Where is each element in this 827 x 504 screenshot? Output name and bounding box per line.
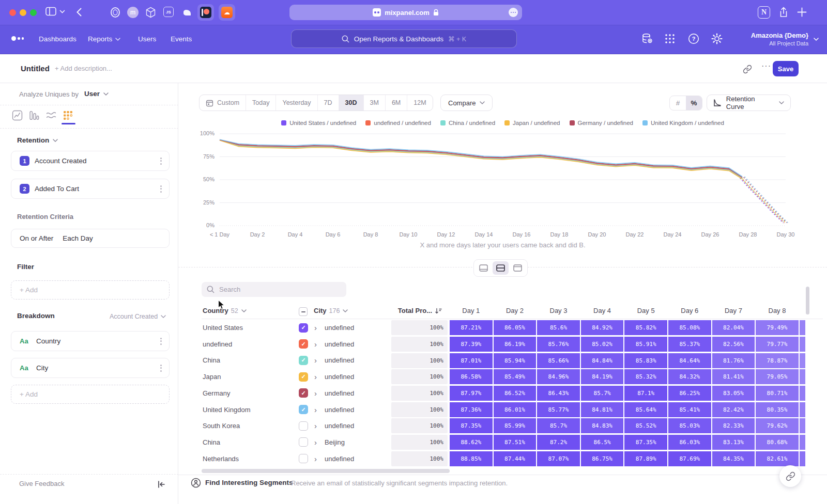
cell-retention-value[interactable]: 82.61% <box>756 451 799 466</box>
column-header-day[interactable]: Day 8 <box>755 307 799 314</box>
cell-retention-value[interactable]: 87.44% <box>494 451 537 466</box>
cell-retention-value[interactable]: 84.96% <box>537 369 580 384</box>
cell-retention-value[interactable]: 81.76% <box>712 353 755 368</box>
cell-retention-value[interactable]: 87.51% <box>494 435 537 450</box>
range-custom[interactable]: Custom <box>200 95 246 111</box>
ring-extension-icon[interactable] <box>110 7 121 18</box>
legend-item[interactable]: Germany / undefined <box>570 120 633 126</box>
cell-retention-value[interactable]: 85.83% <box>624 353 667 368</box>
cell-retention-value[interactable]: 87.1% <box>624 386 667 401</box>
cell-retention-value[interactable]: 84.64% <box>668 353 711 368</box>
cell-retention-value[interactable]: 87.35% <box>450 418 493 433</box>
cell-retention-value[interactable]: 86.19% <box>494 337 537 352</box>
address-bar[interactable]: mixpanel.com <box>289 5 522 20</box>
settings-gear-icon[interactable] <box>711 33 723 45</box>
expand-row-icon[interactable]: › <box>314 402 317 418</box>
tab-retention[interactable] <box>63 110 74 121</box>
share-link-fab[interactable] <box>779 465 801 487</box>
cell-retention-value[interactable]: 85.99% <box>494 418 537 433</box>
expand-row-icon[interactable]: › <box>314 451 317 467</box>
cell-retention-value[interactable]: 87.69% <box>668 451 711 466</box>
cell-retention-value[interactable]: 87.07% <box>537 451 580 466</box>
view-table-only-button[interactable] <box>510 261 526 275</box>
cell-retention-value[interactable]: 85.82% <box>624 320 667 335</box>
cell-retention-value[interactable]: 82.42% <box>712 402 755 417</box>
cell-retention-value[interactable]: 82.56% <box>712 337 755 352</box>
cell-retention-value[interactable]: 87.89% <box>624 451 667 466</box>
cell-retention-value[interactable]: 88.85% <box>450 451 493 466</box>
legend-item[interactable]: undefined / undefined <box>365 120 431 126</box>
cell-retention-value[interactable]: 86.05% <box>494 320 537 335</box>
patreon-extension-icon[interactable] <box>197 4 214 21</box>
global-search[interactable]: Open Reports & Dashboards ⌘ + K <box>291 29 517 48</box>
cell-retention-value[interactable]: 85.91% <box>624 337 667 352</box>
cell-retention-value[interactable]: 80.35% <box>756 402 799 417</box>
horizontal-scrollbar[interactable] <box>202 469 450 473</box>
tab-insights[interactable] <box>12 110 23 121</box>
row-checkbox[interactable]: ✓ <box>299 323 308 333</box>
share-icon[interactable] <box>778 6 789 19</box>
nav-users[interactable]: Users <box>138 35 156 43</box>
cell-retention-value[interactable]: 85.08% <box>668 320 711 335</box>
legend-item[interactable]: China / undefined <box>440 120 495 126</box>
row-checkbox[interactable]: ✓ <box>299 356 308 365</box>
expand-row-icon[interactable]: › <box>314 434 317 451</box>
tabs-chevron-icon[interactable] <box>59 10 65 13</box>
nav-dashboards[interactable]: Dashboards <box>39 35 76 43</box>
range-6m[interactable]: 6M <box>386 95 407 111</box>
vertical-scrollbar[interactable] <box>806 287 809 314</box>
cell-retention-value[interactable]: 79.62% <box>756 418 799 433</box>
cell-retention-value[interactable]: 79.77% <box>756 337 799 352</box>
cell-retention-value[interactable]: 84.84% <box>581 353 624 368</box>
expand-row-icon[interactable]: › <box>314 352 317 369</box>
row-checkbox[interactable] <box>299 437 308 447</box>
column-header-day[interactable]: Day 7 <box>712 307 756 314</box>
expand-row-icon[interactable]: › <box>314 418 317 434</box>
view-chart-and-table-button[interactable] <box>493 261 509 275</box>
row-checkbox[interactable]: ✓ <box>299 388 308 398</box>
range-yesterday[interactable]: Yesterday <box>276 95 317 111</box>
help-icon[interactable]: ? <box>687 33 700 45</box>
cell-retention-value[interactable]: 86.43% <box>537 386 580 401</box>
sidebar-toggle-icon[interactable] <box>45 7 56 16</box>
cell-retention-value[interactable]: 78.87% <box>756 353 799 368</box>
retention-step-1[interactable]: 1 Account Created <box>11 151 170 171</box>
column-header-day[interactable]: Day 1 <box>449 307 493 314</box>
expand-row-icon[interactable]: › <box>314 320 317 336</box>
cell-retention-value[interactable]: 86.75% <box>581 451 624 466</box>
kebab-menu-icon[interactable] <box>160 365 162 372</box>
collapse-sidebar-icon[interactable] <box>157 480 166 489</box>
retention-step-2[interactable]: 2 Added To Cart <box>11 179 170 199</box>
column-header-day[interactable]: Day 2 <box>493 307 537 314</box>
breakdown-scope-dropdown[interactable]: Account Created <box>110 313 166 320</box>
column-header-total[interactable]: Total Pro... <box>349 307 442 314</box>
js-extension-icon[interactable]: JS <box>163 7 174 17</box>
cell-retention-value[interactable]: 87.21% <box>450 320 493 335</box>
cell-retention-value[interactable]: 87.39% <box>450 337 493 352</box>
apps-grid-icon[interactable] <box>664 33 676 44</box>
more-options-button[interactable]: ··· <box>761 61 771 71</box>
window-minimize-button[interactable] <box>20 9 26 16</box>
row-checkbox[interactable]: ✓ <box>299 372 308 382</box>
project-switcher[interactable]: Amazonia {Demo} All Project Data <box>751 32 808 46</box>
expand-row-icon[interactable]: › <box>314 336 317 353</box>
row-checkbox[interactable]: ✓ <box>299 405 308 414</box>
breakdown-add-button[interactable]: + Add <box>11 385 170 404</box>
cell-retention-value[interactable]: 85.03% <box>668 418 711 433</box>
column-header-day[interactable]: Day 5 <box>624 307 668 314</box>
cell-retention-value[interactable]: 87.2% <box>537 435 580 450</box>
page-title[interactable]: Untitled <box>21 64 50 73</box>
range-30d[interactable]: 30D <box>339 95 364 111</box>
range-7d[interactable]: 7D <box>318 95 339 111</box>
cell-retention-value[interactable]: 87.97% <box>450 386 493 401</box>
window-zoom-button[interactable] <box>30 9 37 16</box>
cell-retention-value[interactable]: 86.03% <box>668 435 711 450</box>
column-header-day[interactable]: Day 6 <box>668 307 712 314</box>
cell-retention-value[interactable]: 79.05% <box>756 369 799 384</box>
give-feedback-link[interactable]: Give Feedback <box>19 480 64 487</box>
cell-retention-value[interactable]: 88.62% <box>450 435 493 450</box>
cell-retention-value[interactable]: 85.7% <box>581 386 624 401</box>
range-today[interactable]: Today <box>246 95 276 111</box>
column-header-day[interactable]: Day 4 <box>580 307 624 314</box>
range-3m[interactable]: 3M <box>364 95 386 111</box>
